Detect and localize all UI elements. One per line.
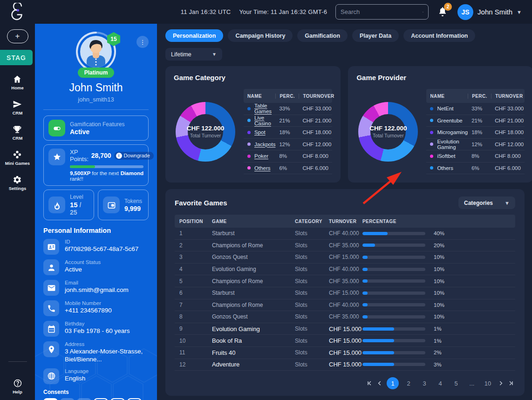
tokens-label: Tokens	[124, 198, 142, 204]
percentage-bar	[362, 244, 425, 247]
profile-avatar: 15	[75, 31, 116, 72]
copy-consent[interactable]	[127, 398, 142, 400]
tab-bar: PersonalizationCampaign HistoryGamificat…	[165, 29, 525, 42]
sidebar-item-home[interactable]: Home	[5, 75, 30, 90]
sidebar-item-mini-games[interactable]: Mini Games	[5, 150, 30, 166]
help-icon	[13, 379, 22, 388]
position-value: 8	[179, 313, 212, 320]
game-name: Champions of Rome	[212, 242, 295, 249]
game-category-name-link[interactable]: Spot	[254, 129, 266, 135]
user-avatar: JS	[457, 4, 473, 20]
tab-account-information[interactable]: Account Information	[403, 29, 475, 42]
next-page-button[interactable]	[498, 380, 504, 386]
first-page-button[interactable]	[366, 380, 373, 386]
phone-consent[interactable]	[110, 398, 125, 400]
game-category-name-link[interactable]: Jackpots	[254, 142, 275, 147]
email-consent[interactable]	[43, 398, 58, 400]
position-value: 6	[179, 290, 212, 296]
percentage-value: 10%	[434, 278, 444, 284]
nav-rail: + STAG HomeCRMCRMMini GamesSettings Help	[0, 24, 35, 400]
idcard-icon	[43, 239, 59, 255]
series-color-dot	[430, 119, 433, 122]
page-button-2[interactable]: 2	[402, 377, 415, 389]
last-page-button[interactable]	[508, 380, 514, 386]
game-name: Fruits 40	[212, 349, 295, 356]
game-category-row: Spot18%CHF 18.000	[244, 127, 332, 139]
search-box[interactable]	[335, 4, 429, 20]
field-label: Email	[65, 280, 129, 285]
percentage-value: 18%	[275, 129, 299, 135]
column-header: GAME	[212, 219, 295, 224]
column-header: PERCENTAGE	[362, 219, 515, 224]
chevron-down-icon: ▼	[517, 9, 522, 15]
user-menu[interactable]: JS John Smith ▼	[457, 4, 522, 20]
percentage-value: 21%	[468, 118, 491, 123]
page-button-10[interactable]: 10	[482, 377, 494, 389]
turnover-value: CHF 18.000	[491, 129, 525, 135]
tokens-value: 9,999	[124, 205, 142, 212]
page-button-4[interactable]: 4	[434, 377, 446, 389]
position-value: 4	[179, 266, 212, 272]
game-category-name-link[interactable]: Others	[254, 165, 271, 171]
page-button-5[interactable]: 5	[450, 377, 462, 389]
game-name: Starburst	[212, 290, 295, 296]
sidebar-item-label: Settings	[9, 186, 26, 191]
series-color-dot	[430, 166, 433, 169]
profile-menu-button[interactable]: ⋮	[136, 36, 149, 48]
percentage-bar	[362, 303, 425, 306]
tab-personalization[interactable]: Personalization	[165, 29, 223, 42]
tab-player-data[interactable]: Player Data	[352, 29, 399, 42]
categories-filter-dropdown[interactable]: Categories ▼	[458, 197, 515, 209]
period-filter-dropdown[interactable]: Lifetime ▼	[165, 48, 222, 61]
game-name: Champions of Rome	[212, 278, 295, 285]
position-value: 3	[179, 254, 212, 260]
field-value: 03 Feb 1978 - 60 years	[65, 327, 130, 335]
field-value: jonh.smith@gmail.com	[65, 286, 129, 294]
page-button-1[interactable]: 1	[387, 377, 399, 389]
sidebar-item-help[interactable]: Help	[13, 379, 22, 394]
game-provider-name: Greentube	[437, 118, 462, 123]
folder-consent[interactable]	[94, 398, 108, 400]
downgrade-pill[interactable]: i Downgrade	[114, 152, 154, 160]
top-bar: 11 Jan 16:32 UTC Your Time: 11 Jan 16:32…	[0, 0, 532, 24]
turnover-value: CHF 35.000	[329, 313, 362, 320]
toggle-on-icon[interactable]	[48, 120, 65, 136]
game-name: Adventure	[212, 361, 295, 368]
percentage-value: 20%	[434, 243, 444, 248]
game-category-name-link[interactable]: Poker	[254, 153, 268, 159]
sidebar-item-crm[interactable]: CRM	[5, 125, 30, 141]
tab-gamification[interactable]: Gamification	[297, 29, 348, 42]
turnover-value: CHF 21.000	[299, 118, 332, 123]
banner-consent[interactable]	[77, 398, 91, 400]
personal-info-address: Address3 Alexander-Moser-Strasse, Biel/B…	[43, 341, 149, 364]
tier-badge: Platinum	[78, 68, 115, 78]
field-value: 3 Alexander-Moser-Strasse, Biel/Bienne..…	[65, 348, 149, 364]
notifications-button[interactable]: 2	[437, 6, 449, 18]
favorite-game-row: 4Evolution GamingSlotsCHF 40.00010%	[175, 264, 515, 276]
game-category-name-link[interactable]: Table Games	[254, 103, 275, 114]
favorite-game-row: 7Champions of RomeSlotsCHF 40.00010%	[175, 299, 515, 312]
series-color-dot	[247, 107, 251, 110]
sms-consent[interactable]	[60, 398, 75, 400]
percentage-value: 10%	[434, 314, 444, 319]
search-input[interactable]	[341, 8, 423, 15]
percentage-value: 6%	[468, 165, 491, 171]
tab-campaign-history[interactable]: Campaign History	[228, 29, 293, 42]
favorite-game-row: 3Gonzos QuestSlotsCHF 15.00010%	[175, 251, 515, 264]
category-value: Slots	[295, 290, 329, 296]
percentage-bar	[362, 279, 425, 283]
percentage-bar	[362, 232, 425, 235]
sidebar-item-crm[interactable]: CRM	[5, 100, 30, 115]
turnover-value: CHF 33.000	[299, 106, 332, 111]
page-button-3[interactable]: 3	[418, 377, 430, 389]
percentage-value: 10%	[434, 290, 444, 296]
sidebar-item-settings[interactable]: Settings	[5, 175, 30, 191]
position-value: 12	[179, 361, 212, 368]
add-button[interactable]: +	[7, 29, 28, 43]
game-category-name-link[interactable]: Live Casino	[254, 115, 275, 126]
category-value: Slots	[295, 313, 329, 320]
previous-page-button[interactable]	[376, 380, 383, 386]
pin-icon	[43, 341, 59, 357]
turnover-value: CHF 21.000	[491, 118, 525, 123]
game-category-row: Live Casino21%CHF 21.000	[244, 115, 332, 127]
